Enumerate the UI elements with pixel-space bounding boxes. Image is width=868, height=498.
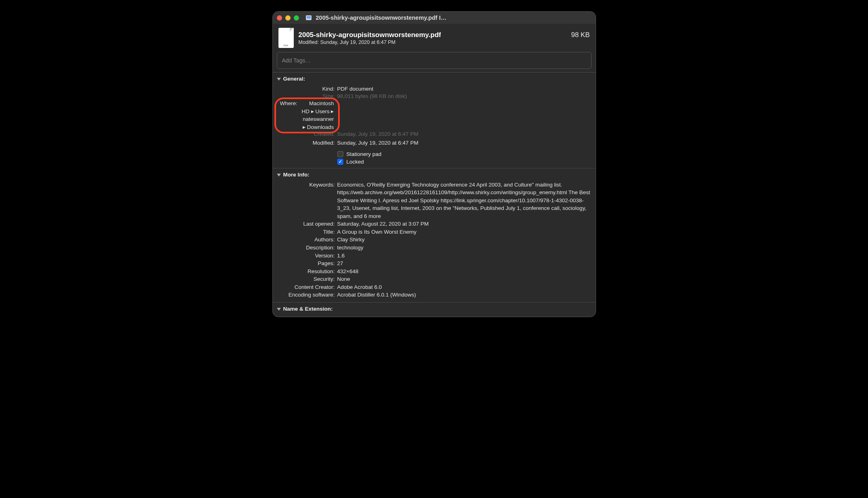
version-value: 1.6 (337, 252, 592, 260)
modified-label-general: Modified: (277, 139, 337, 147)
section-general-header[interactable]: General: (277, 75, 592, 83)
title-value: A Group is Its Own Worst Enemy (337, 228, 592, 236)
preview-app-icon (305, 15, 312, 21)
section-name-extension-title: Name & Extension: (283, 306, 333, 312)
titlebar: 2005-shirky-agroupisitsownworstenemy.pdf… (273, 12, 596, 24)
tags-input[interactable]: Add Tags… (277, 52, 592, 69)
chevron-down-icon (277, 308, 281, 311)
keywords-value: Economics, O'Reilly Emerging Technology … (337, 181, 592, 220)
pdf-badge: PDF (284, 44, 289, 47)
content-creator-value: Adobe Acrobat 6.0 (337, 283, 592, 291)
created-value: Sunday, July 19, 2020 at 6:47 PM (337, 130, 592, 138)
file-name: 2005-shirky-agroupisitsownworstenemy.pdf (299, 31, 441, 39)
stationery-pad-checkbox[interactable] (337, 151, 343, 157)
title-label: Title: (277, 228, 337, 236)
locked-checkbox[interactable] (337, 159, 343, 165)
authors-label: Authors: (277, 236, 337, 244)
size-label: Size: (277, 92, 337, 100)
where-label: Where: (280, 100, 298, 131)
content-creator-label: Content Creator: (277, 283, 337, 291)
modified-value: Sunday, July 19, 2020 at 6:47 PM (320, 39, 396, 45)
description-value: technology (337, 244, 592, 252)
section-name-extension-header[interactable]: Name & Extension: (277, 305, 592, 313)
size-value: 98,011 bytes (98 KB on disk) (337, 92, 592, 100)
chevron-down-icon (277, 174, 281, 176)
created-label: Created: (277, 130, 337, 138)
security-label: Security: (277, 275, 337, 283)
modified-label: Modified: (299, 39, 319, 45)
stationery-pad-label: Stationery pad (347, 151, 382, 157)
encoding-software-label: Encoding software: (277, 291, 337, 299)
section-more-info-header[interactable]: More Info: (277, 171, 592, 178)
resolution-value: 432×648 (337, 268, 592, 276)
section-name-extension: Name & Extension: (273, 302, 596, 317)
pages-label: Pages: (277, 259, 337, 268)
file-header: PDF 2005-shirky-agroupisitsownworstenemy… (273, 24, 596, 51)
close-button[interactable] (277, 15, 282, 21)
traffic-lights (277, 15, 299, 21)
window-title: 2005-shirky-agroupisitsownworstenemy.pdf… (316, 15, 446, 21)
resolution-label: Resolution: (277, 268, 337, 276)
section-general-title: General: (283, 76, 305, 82)
section-more-info-title: More Info: (283, 172, 309, 178)
where-highlight: Where: Macintosh HD ▸ Users ▸ nateswanne… (274, 98, 340, 133)
version-label: Version: (277, 252, 337, 260)
encoding-software-value: Acrobat Distiller 6.0.1 (Windows) (337, 291, 592, 299)
section-general: General: Kind: PDF document Size: 98,011… (273, 72, 596, 168)
pages-value: 27 (337, 259, 592, 268)
last-opened-value: Saturday, August 22, 2020 at 3:07 PM (337, 220, 592, 228)
file-size: 98 KB (571, 31, 590, 39)
info-window: 2005-shirky-agroupisitsownworstenemy.pdf… (272, 11, 596, 317)
description-label: Description: (277, 244, 337, 252)
last-opened-label: Last opened: (277, 220, 337, 228)
locked-label: Locked (347, 159, 364, 165)
zoom-button[interactable] (294, 15, 299, 21)
authors-value: Clay Shirky (337, 236, 592, 244)
svg-rect-1 (307, 16, 311, 19)
security-value: None (337, 275, 592, 283)
keywords-label: Keywords: (277, 181, 337, 220)
section-more-info: More Info: Keywords: Economics, O'Reilly… (273, 168, 596, 302)
where-value: Macintosh HD ▸ Users ▸ nateswanner ▸ Dow… (300, 100, 334, 131)
document-icon: PDF (278, 28, 294, 48)
modified-value-general: Sunday, July 19, 2020 at 6:47 PM (337, 139, 592, 147)
chevron-down-icon (277, 78, 281, 81)
minimize-button[interactable] (285, 15, 291, 21)
